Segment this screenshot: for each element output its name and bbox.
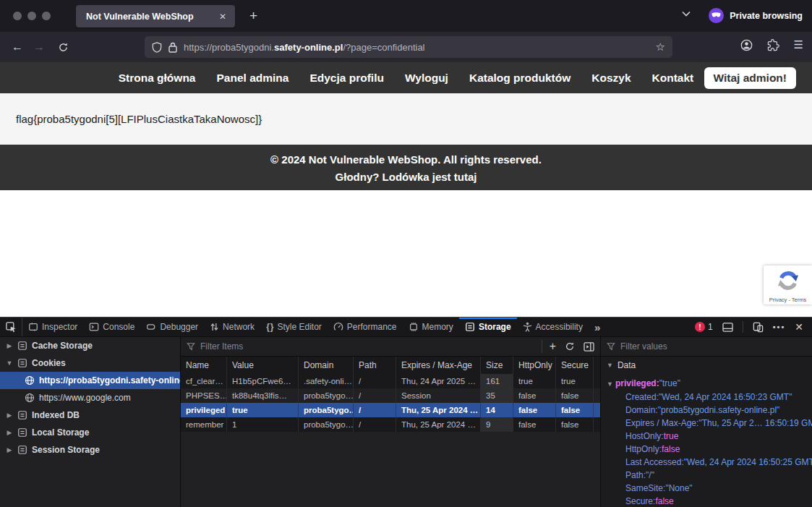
detail-prop-path[interactable]: Path"/": [607, 469, 812, 482]
chevron-right-icon[interactable]: ▶: [6, 412, 13, 419]
column-header-httponly[interactable]: HttpOnly: [513, 357, 556, 374]
error-count-badge[interactable]: ! 1: [695, 322, 713, 332]
tab-console[interactable]: Console: [83, 318, 140, 336]
cell-expires[interactable]: Thu, 25 Apr 2024 …: [396, 417, 481, 432]
shield-icon[interactable]: [152, 42, 162, 53]
cookie-row-privileged[interactable]: privileged true proba5tygo… / Thu, 25 Ap…: [181, 403, 600, 417]
add-item-button[interactable]: +: [550, 341, 556, 352]
sidebar-item-local-storage[interactable]: ▶ Local Storage: [0, 424, 180, 441]
cell-domain[interactable]: proba5tygo…: [299, 388, 354, 403]
cell-expires[interactable]: Session: [396, 388, 481, 403]
window-controls[interactable]: [13, 12, 51, 20]
column-header-name[interactable]: Name: [181, 357, 227, 374]
cell-httponly[interactable]: false: [513, 403, 556, 417]
recaptcha-badge[interactable]: Privacy - Terms: [764, 265, 812, 304]
cell-path[interactable]: /: [354, 374, 396, 388]
detail-prop-samesite[interactable]: SameSite"None": [607, 482, 812, 495]
cell-path[interactable]: /: [354, 417, 396, 432]
back-button[interactable]: ←: [12, 41, 23, 54]
cell-httponly[interactable]: true: [513, 374, 556, 388]
cell-name[interactable]: PHPSES…: [181, 388, 227, 403]
more-tabs-chevron-icon[interactable]: »: [589, 318, 606, 336]
detail-prop-domain[interactable]: Domain"proba5tygodni.safety-online.pl": [607, 404, 812, 417]
cell-domain[interactable]: proba5tygo…: [299, 403, 354, 417]
cookie-row-cf-clearance[interactable]: cf_clear… H1b5pCFwe6… .safety-onli… / Th…: [181, 374, 600, 388]
tab-style-editor[interactable]: { } Style Editor: [260, 318, 328, 336]
sidebar-item-cache-storage[interactable]: ▶ Cache Storage: [0, 337, 180, 354]
cookie-row-remember[interactable]: remember 1 proba5tygo… / Thu, 25 Apr 202…: [181, 417, 600, 432]
filter-items-input[interactable]: Filter Items: [200, 341, 537, 352]
cell-size[interactable]: 35: [481, 388, 513, 403]
detail-prop-hostonly[interactable]: HostOnlytrue: [607, 430, 812, 443]
cell-name[interactable]: remember: [181, 417, 227, 432]
cell-secure[interactable]: true: [556, 374, 594, 388]
cookie-row-phpsessid[interactable]: PHPSES… tk88u4tq3lfis… proba5tygo… / Ses…: [181, 388, 600, 403]
cell-value[interactable]: true: [227, 403, 299, 417]
new-tab-button[interactable]: +: [244, 7, 262, 25]
column-header-value[interactable]: Value: [227, 357, 299, 374]
cell-domain[interactable]: proba5tygo…: [299, 417, 354, 432]
tab-performance[interactable]: Performance: [328, 318, 403, 336]
nav-link-katalog-produktow[interactable]: Katalog produktów: [469, 72, 570, 85]
nav-link-strona-glowna[interactable]: Strona główna: [119, 72, 196, 85]
column-header-domain[interactable]: Domain: [299, 357, 354, 374]
close-window-button[interactable]: [13, 12, 22, 20]
reload-button[interactable]: [58, 42, 69, 53]
column-header-path[interactable]: Path: [354, 357, 396, 374]
tab-close-icon[interactable]: ✕: [216, 10, 229, 23]
tab-storage[interactable]: Storage: [459, 318, 517, 336]
menu-hamburger-icon[interactable]: ☰: [794, 38, 803, 51]
detail-prop-last-accessed[interactable]: Last Accessed"Wed, 24 Apr 2024 16:50:25 …: [607, 456, 812, 469]
sidebar-item-session-storage[interactable]: ▶ Session Storage: [0, 441, 180, 459]
url-text[interactable]: https://proba5tygodni.safety-online.pl/?…: [184, 42, 649, 53]
maximize-window-button[interactable]: [42, 12, 51, 20]
tab-network[interactable]: Network: [204, 318, 260, 336]
detail-prop-expires[interactable]: Expires / Max-Age"Thu, 25 Apr 2… 16:50:1…: [607, 417, 812, 430]
recaptcha-privacy-terms[interactable]: Privacy - Terms: [764, 297, 812, 303]
cell-secure[interactable]: false: [556, 388, 594, 403]
sidebar-item-cookies[interactable]: ▼ Cookies: [0, 354, 180, 372]
bookmark-star-icon[interactable]: ☆: [656, 41, 665, 54]
cell-expires[interactable]: Thu, 25 Apr 2024 …: [396, 403, 481, 417]
nav-link-koszyk[interactable]: Koszyk: [591, 72, 631, 85]
nav-link-edycja-profilu[interactable]: Edycja profilu: [309, 72, 384, 85]
cell-secure[interactable]: false: [556, 417, 594, 432]
welcome-user-button[interactable]: Witaj admion!: [704, 67, 796, 89]
account-icon[interactable]: [740, 39, 753, 51]
cell-value[interactable]: H1b5pCFwe6…: [227, 374, 299, 388]
nav-link-panel-admina[interactable]: Panel admina: [217, 72, 289, 85]
cell-name[interactable]: cf_clear…: [181, 374, 227, 388]
refresh-items-icon[interactable]: [565, 341, 575, 352]
cell-domain[interactable]: .safety-onli…: [299, 374, 354, 388]
pick-element-icon[interactable]: [0, 318, 22, 336]
url-bar[interactable]: https://proba5tygodni.safety-online.pl/?…: [145, 36, 672, 58]
split-console-icon[interactable]: [722, 323, 733, 332]
detail-root[interactable]: ▼ privileged"true": [607, 377, 812, 391]
sidebar-origin-proba5tygodni[interactable]: https://proba5tygodni.safety-online.pl: [0, 372, 180, 389]
detail-prop-secure[interactable]: Securefalse: [607, 495, 812, 507]
cell-httponly[interactable]: false: [513, 388, 556, 403]
detail-prop-httponly[interactable]: HttpOnlyfalse: [607, 443, 812, 456]
data-section-header[interactable]: ▼ Data: [601, 357, 812, 375]
list-tabs-chevron-icon[interactable]: [682, 11, 691, 17]
cell-size[interactable]: 9: [481, 417, 513, 432]
cell-httponly[interactable]: false: [513, 417, 556, 432]
cell-value[interactable]: tk88u4tq3lfis…: [227, 388, 299, 403]
minimize-window-button[interactable]: [27, 12, 36, 20]
filter-values-input[interactable]: Filter values: [620, 341, 806, 352]
chevron-down-icon[interactable]: ▼: [6, 359, 13, 367]
browser-tab[interactable]: Not Vulnerable WebShop ✕: [76, 5, 235, 27]
tab-memory[interactable]: Memory: [403, 318, 459, 336]
cookie-table-header[interactable]: Name Value Domain Path Expires / Max-Age…: [181, 357, 600, 374]
chevron-right-icon[interactable]: ▶: [6, 429, 13, 436]
toggle-sidebar-panel-icon[interactable]: [584, 342, 594, 352]
sidebar-item-indexed-db[interactable]: ▶ Indexed DB: [0, 406, 180, 424]
meatball-menu-icon[interactable]: •••: [773, 323, 786, 331]
chevron-down-icon[interactable]: ▼: [607, 378, 615, 391]
nav-link-kontakt[interactable]: Kontakt: [652, 72, 694, 85]
detail-prop-created[interactable]: Created"Wed, 24 Apr 2024 16:50:23 GMT": [607, 391, 812, 404]
tab-inspector[interactable]: Inspector: [22, 318, 83, 336]
devtools-close-icon[interactable]: ✕: [795, 321, 803, 333]
responsive-design-mode-icon[interactable]: [753, 322, 764, 333]
chevron-right-icon[interactable]: ▶: [6, 342, 13, 349]
